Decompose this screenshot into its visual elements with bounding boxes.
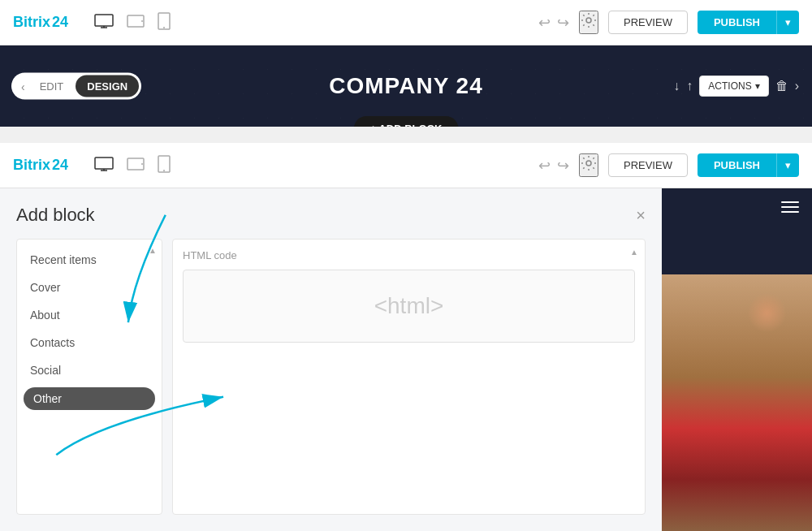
add-block-panel: Add block × ▲ Recent items Cover About C… [0,188,662,531]
right-panel-image [662,274,812,532]
publish-group: PUBLISH ▾ [698,11,799,34]
move-up-button[interactable]: ↑ [686,79,693,93]
svg-point-4 [163,27,165,28]
logo-text: Bitrix [13,14,50,31]
category-other[interactable]: Other [24,387,155,410]
second-device-icons [94,155,538,176]
svg-point-7 [141,163,143,165]
second-settings-button[interactable] [579,153,598,177]
preview-button[interactable]: PREVIEW [608,11,688,34]
settings-button[interactable] [579,11,598,34]
prev-section-button[interactable]: ‹ [11,75,30,97]
tablet-portrait-icon[interactable] [158,12,171,33]
category-recent-items[interactable]: Recent items [17,246,162,274]
html-preview-text: <html> [374,293,444,319]
sidebar-scroll-indicator: ▲ [149,246,157,255]
menu-line-2 [781,206,799,208]
edit-design-bar: ‹ EDIT DESIGN [11,73,141,100]
top-logo: Bitrix24 [13,14,68,31]
second-navbar: Bitrix24 ↩ ↪ PREVIEW PUBLISH ▾ [0,143,812,188]
hero-actions: ↓ ↑ ACTIONS ▾ 🗑 › [673,76,799,97]
svg-point-2 [141,20,143,22]
second-logo-accent: 24 [52,157,68,174]
content-scroll-indicator: ▲ [630,248,638,257]
category-about[interactable]: About [17,301,162,329]
block-category-sidebar: ▲ Recent items Cover About Contacts Soci… [16,239,162,515]
desktop-icon[interactable] [94,14,114,32]
hero-section: COMPANY 24 ‹ EDIT DESIGN + ADD BLOCK ↓ ↑… [0,45,812,127]
second-tablet-portrait-icon[interactable] [158,155,171,176]
redo-button[interactable]: ↪ [557,14,569,32]
publish-dropdown-button[interactable]: ▾ [776,11,799,34]
panel-header: Add block × [16,205,646,226]
top-nav-right: ↩ ↪ PREVIEW PUBLISH ▾ [538,11,799,34]
tablet-landscape-icon[interactable] [127,15,145,31]
second-redo-button[interactable]: ↪ [557,157,569,175]
panel-body: ▲ Recent items Cover About Contacts Soci… [16,239,646,515]
html-block-preview[interactable]: <html> [183,270,635,343]
logo-accent: 24 [52,14,68,31]
second-desktop-icon[interactable] [94,157,114,175]
panel-close-button[interactable]: × [636,206,646,225]
category-social[interactable]: Social [17,356,162,384]
design-tab[interactable]: DESIGN [76,76,139,97]
second-logo: Bitrix24 [13,157,68,174]
add-block-button[interactable]: + ADD BLOCK [354,116,459,127]
hamburger-menu[interactable] [781,201,799,213]
second-undo-button[interactable]: ↩ [538,157,551,175]
edit-tab[interactable]: EDIT [30,76,74,97]
html-code-label: HTML code [183,249,635,261]
move-down-button[interactable]: ↓ [673,79,680,93]
category-contacts[interactable]: Contacts [17,329,162,356]
person-photo [662,274,812,532]
hero-company-name: COMPANY 24 [329,73,482,99]
menu-line-3 [781,211,799,213]
second-undo-redo-group: ↩ ↪ [538,157,569,175]
category-cover[interactable]: Cover [17,274,162,301]
actions-dropdown-button[interactable]: ACTIONS ▾ [699,76,768,97]
block-content-area: HTML code ▲ <html> [172,239,646,515]
next-section-button[interactable]: › [795,79,799,93]
svg-point-9 [163,170,165,171]
svg-rect-0 [95,15,113,26]
second-publish-dropdown-button[interactable]: ▾ [776,153,799,177]
second-logo-text: Bitrix [13,157,50,174]
panel-title: Add block [16,205,95,226]
second-publish-group: PUBLISH ▾ [698,153,799,177]
right-image-panel [662,188,812,531]
menu-line-1 [781,201,799,203]
undo-redo-group: ↩ ↪ [538,14,569,32]
svg-rect-5 [95,158,113,169]
top-navbar: Bitrix24 ↩ ↪ PREVIEW PUBLISH ▾ [0,0,812,45]
device-icons [94,12,538,33]
second-publish-button[interactable]: PUBLISH [698,153,776,177]
publish-button[interactable]: PUBLISH [698,11,776,34]
main-area: Add block × ▲ Recent items Cover About C… [0,188,812,531]
second-tablet-landscape-icon[interactable] [127,158,145,174]
second-nav-right: ↩ ↪ PREVIEW PUBLISH ▾ [538,153,799,177]
second-preview-button[interactable]: PREVIEW [608,153,688,177]
delete-section-button[interactable]: 🗑 [775,79,788,93]
undo-button[interactable]: ↩ [538,14,551,32]
